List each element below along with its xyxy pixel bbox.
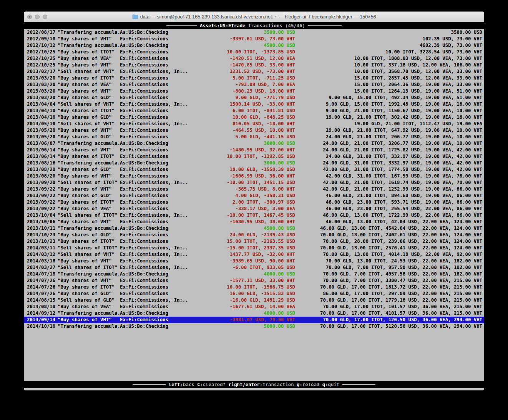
- transaction-date: 2014/09/12: [24, 310, 58, 317]
- transaction-date: 2013/09/22: [24, 193, 58, 199]
- transaction-row[interactable]: 2013/06/07"Transfering accumula..As:US:B…: [24, 140, 484, 147]
- transaction-date: 2013/02/17: [24, 68, 58, 75]
- transaction-row[interactable]: 2013/04/10"Buy shares of GLD"Ex:Fi:Commi…: [24, 114, 484, 121]
- transaction-date: 2013/04/10: [24, 108, 58, 114]
- transaction-date: 2014/10/10: [24, 323, 58, 330]
- transaction-accounts: As:US:Bo:Checking: [120, 310, 193, 317]
- transaction-row[interactable]: 2014/07/18"Transfering accumula..As:US:B…: [24, 271, 484, 277]
- transaction-amount: -800.23 USD, 18.00 VHT: [193, 88, 295, 95]
- transaction-row[interactable]: 2014/08/15"Sell shares of GLD"Ex:Fi:Comm…: [24, 297, 484, 304]
- transaction-row[interactable]: 2014/09/14"Buy shares of VHT"Ex:Fi:Commi…: [24, 317, 484, 323]
- minimize-button[interactable]: [35, 15, 40, 19]
- transaction-accounts: Ex:Fi:Commissions: [120, 153, 193, 160]
- transaction-amount: -1577.11 USD, 33.00 VHT: [193, 277, 295, 284]
- transaction-accounts: As:US:Bo:Checking: [120, 271, 193, 277]
- transaction-amount: 3500.00 USD: [193, 29, 295, 36]
- transaction-description: "Transfering accumula..: [58, 42, 120, 49]
- transaction-description: "Buy shares of GLD": [58, 114, 120, 121]
- transaction-amount: 5000.00 USD: [193, 323, 295, 330]
- transaction-row[interactable]: 2013/06/14"Buy shares of ITOT"Ex:Fi:Comm…: [24, 153, 484, 160]
- transaction-row[interactable]: 2013/03/20"Buy shares of ITOT"Ex:Fi:Comm…: [24, 75, 484, 81]
- transaction-row[interactable]: 2013/02/17"Sell shares of VHT"Ex:Fi:Comm…: [24, 68, 484, 75]
- transaction-balance: 46.00 GLD, 23.00 ITOT, 593.71 USD, 19.00…: [295, 199, 484, 206]
- transaction-date: 2012/09/18: [24, 36, 58, 42]
- transaction-description: "Sell shares of VHT": [58, 68, 120, 75]
- transaction-accounts: Ex:Fi:Commissions: [120, 238, 193, 245]
- transaction-date: 2013/10/11: [24, 225, 58, 232]
- transaction-row[interactable]: 2013/09/22"Buy shares of VHT"Ex:Fi:Commi…: [24, 186, 484, 193]
- transaction-row[interactable]: 2014/07/26"Buy shares of VHT"Ex:Fi:Commi…: [24, 277, 484, 284]
- transaction-row[interactable]: 2013/10/23"Buy shares of ITOT"Ex:Fi:Comm…: [24, 238, 484, 245]
- transaction-row[interactable]: 2014/03/11"Sell shares of ITOT"Ex:Fi:Com…: [24, 245, 484, 251]
- transaction-row[interactable]: 2012/08/17"Transfering accumula..As:US:B…: [24, 29, 484, 36]
- zoom-button[interactable]: [43, 15, 47, 19]
- transaction-row[interactable]: 2013/05/20"Buy shares of GLD"Ex:Fi:Commi…: [24, 134, 484, 140]
- transaction-row[interactable]: 2013/09/20"Sell shares of ITOT"Ex:Fi:Com…: [24, 179, 484, 186]
- transaction-row[interactable]: 2013/10/23"Buy shares of GLD"Ex:Fi:Commi…: [24, 232, 484, 238]
- transaction-row[interactable]: 2013/06/14"Buy shares of VHT"Ex:Fi:Commi…: [24, 147, 484, 153]
- transaction-amount: -6.00 ITOT, 933.05 USD: [193, 264, 295, 271]
- transaction-row[interactable]: 2014/07/26"Buy shares of GLD"Ex:Fi:Commi…: [24, 291, 484, 297]
- close-button[interactable]: [27, 15, 32, 19]
- transaction-row[interactable]: 2013/08/20"Buy shares of GLD"Ex:Fi:Commi…: [24, 166, 484, 173]
- transaction-row[interactable]: 2013/10/06"Buy shares of VHT"Ex:Fi:Commi…: [24, 219, 484, 225]
- transaction-row[interactable]: 2013/09/22"Buy shares of GLD"Ex:Fi:Commi…: [24, 193, 484, 199]
- key-hint-action: :cleared?: [200, 382, 228, 387]
- transaction-amount: 16.00 GLD, -1515.83 USD: [193, 291, 295, 297]
- transaction-row[interactable]: 2014/03/12"Sell shares of VHT"Ex:Fi:Comm…: [24, 251, 484, 258]
- transaction-date: 2012/10/25: [24, 49, 58, 55]
- transaction-accounts: Ex:Fi:Commissions: [120, 114, 193, 121]
- transaction-accounts: Ex:Fi:Commissions, In:..: [120, 297, 193, 304]
- key-hint-action: :transaction: [260, 382, 297, 387]
- transaction-balance: 70.00 GLD, 17.00 ITOT, 1779.18 USD, 22.0…: [295, 297, 484, 304]
- transaction-row[interactable]: 2013/09/22"Buy shares of VEA"Ex:Fi:Commi…: [24, 206, 484, 212]
- transaction-row[interactable]: 2014/10/10"Transfering accumula..As:US:B…: [24, 323, 484, 330]
- transaction-row[interactable]: 2013/04/10"Buy shares of ITOT"Ex:Fi:Comm…: [24, 108, 484, 114]
- footer-rule-right: [342, 384, 375, 385]
- transaction-row[interactable]: 2012/10/12"Transfering accumula..As:US:B…: [24, 42, 484, 49]
- terminal-bottom-strip: [24, 388, 484, 390]
- transaction-amount: -365.75 USD, 8.00 VHT: [193, 186, 295, 193]
- transaction-row[interactable]: 2013/03/20"Buy shares of GLD"Ex:Fi:Commi…: [24, 95, 484, 101]
- transaction-row[interactable]: 2013/05/10"Sell shares of VHT"Ex:Fi:Comm…: [24, 121, 484, 127]
- transaction-row[interactable]: 2013/09/22"Buy shares of ITOT"Ex:Fi:Comm…: [24, 199, 484, 206]
- transaction-row[interactable]: 2013/04/04"Sell shares of VHT"Ex:Fi:Comm…: [24, 101, 484, 108]
- transaction-row[interactable]: 2013/05/20"Buy shares of VHT"Ex:Fi:Commi…: [24, 127, 484, 134]
- transaction-accounts: Ex:Fi:Commissions, In:..: [120, 101, 193, 108]
- transaction-row[interactable]: 2013/08/16"Transfering accumula..As:US:B…: [24, 160, 484, 166]
- transaction-description: "Sell shares of VHT": [58, 251, 120, 258]
- key-hint-key: q: [322, 382, 325, 387]
- transaction-row[interactable]: 2013/10/11"Transfering accumula..As:US:B…: [24, 225, 484, 232]
- transaction-row[interactable]: 2013/08/20"Buy shares of VHT"Ex:Fi:Commi…: [24, 173, 484, 179]
- transaction-row[interactable]: 2013/03/20"Buy shares of VHT"Ex:Fi:Commi…: [24, 88, 484, 95]
- transaction-amount: -3981.07 USD, 79.00 VHT: [193, 317, 295, 323]
- transaction-balance: 70.00 GLD, 13.00 ITOT, 4014.18 USD, 22.0…: [295, 251, 484, 258]
- transaction-amount: -15.00 ITOT, 2337.35 USD: [193, 245, 295, 251]
- transaction-amount: 3000.00 USD: [193, 140, 295, 147]
- transaction-balance: 70.00 GLD, 17.00 ITOT, 101.57 USD, 36.00…: [295, 304, 484, 310]
- transaction-row[interactable]: 2014/07/26"Buy shares of ITOT"Ex:Fi:Comm…: [24, 284, 484, 291]
- transaction-row[interactable]: 2012/10/25"Buy shares of ITOT"Ex:Fi:Comm…: [24, 49, 484, 55]
- transaction-row[interactable]: 2014/08/18"Buy shares of VEA"Ex:Fi:Commi…: [24, 304, 484, 310]
- transaction-row[interactable]: 2014/03/18"Buy shares of VHT"Ex:Fi:Commi…: [24, 258, 484, 264]
- transaction-date: 2013/10/23: [24, 232, 58, 238]
- transaction-row[interactable]: 2012/09/18"Buy shares of VHT"Ex:Fi:Commi…: [24, 36, 484, 42]
- transaction-balance: 9.00 GLD, 21.00 ITOT, 1150.67 USD, 19.00…: [295, 108, 484, 114]
- transaction-accounts: Ex:Fi:Commissions, In:..: [120, 251, 193, 258]
- transaction-row[interactable]: 2014/03/27"Sell shares of ITOT"Ex:Fi:Com…: [24, 264, 484, 271]
- transaction-amount: -16.00 GLD, 1481.29 USD: [193, 297, 295, 304]
- transaction-row[interactable]: 2012/10/25"Buy shares of VHT"Ex:Fi:Commi…: [24, 62, 484, 68]
- register-header-bar: Assets:US:ETrade transactions (45/46): [24, 22, 484, 29]
- transaction-amount: 10.00 ITOT, -1566.75 USD: [193, 284, 295, 291]
- transaction-balance: 10.00 ITOT, 3568.70 USD, 12.00 VEA, 33.0…: [295, 68, 484, 75]
- window-titlebar[interactable]: data — simon@pool-71-165-239-133.lsanca.…: [24, 12, 484, 22]
- transaction-balance: 42.00 GLD, 21.00 ITOT, 1252.99 USD, 19.0…: [295, 186, 484, 193]
- transaction-date: 2013/05/10: [24, 121, 58, 127]
- transaction-row[interactable]: 2013/03/20"Buy shares of VEA"Ex:Fi:Commi…: [24, 81, 484, 88]
- transaction-accounts: Ex:Fi:Commissions: [120, 166, 193, 173]
- transaction-row[interactable]: 2014/09/12"Transfering accumula..As:US:B…: [24, 310, 484, 317]
- transaction-row[interactable]: 2013/10/04"Sell shares of ITOT"Ex:Fi:Com…: [24, 212, 484, 219]
- transaction-amount: 5.00 ITOT, -711.25 USD: [193, 75, 295, 81]
- transaction-row[interactable]: 2012/10/25"Buy shares of VEA"Ex:Fi:Commi…: [24, 55, 484, 62]
- transaction-amount: 18.00 GLD, -1558.39 USD: [193, 166, 295, 173]
